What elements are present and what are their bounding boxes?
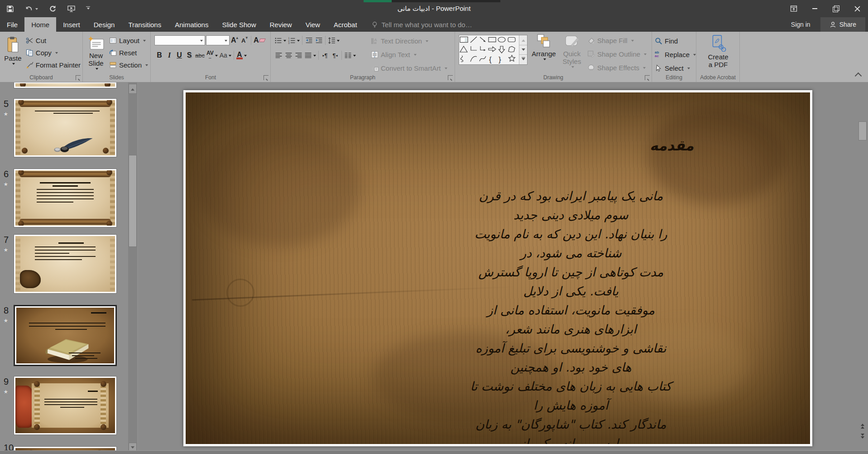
justify-dropdown[interactable] [313, 55, 316, 58]
close-button[interactable] [847, 0, 868, 17]
right-to-left-button[interactable]: ¶◂ [330, 50, 340, 61]
tab-slide-show[interactable]: Slide Show [215, 17, 263, 32]
convert-to-smartart-button[interactable]: Convert to SmartArt [371, 62, 447, 74]
sign-in-link[interactable]: Sign in [781, 17, 820, 32]
tab-transitions[interactable]: Transitions [121, 17, 168, 32]
main-vertical-scrollbar[interactable] [858, 82, 867, 450]
tab-home[interactable]: Home [24, 17, 56, 32]
increase-indent-button[interactable] [314, 35, 324, 46]
undo-dropdown[interactable] [35, 8, 38, 11]
text-direction-button[interactable]: A Text Direction [371, 35, 447, 47]
shape-gallery[interactable]: { } [459, 35, 528, 65]
section-dropdown[interactable] [145, 64, 148, 68]
drawing-dialog-launcher[interactable] [645, 75, 650, 80]
grow-font-button[interactable]: A▴ [230, 35, 240, 46]
slide-title-text[interactable]: مقدمه [650, 137, 694, 154]
customize-qat-button[interactable] [86, 6, 90, 11]
clipboard-dialog-launcher[interactable] [76, 75, 81, 80]
slide-canvas[interactable]: مقدمه مانی یک پیامبر ایرانی بود که در قر… [183, 90, 812, 446]
tab-review[interactable]: Review [263, 17, 298, 32]
thumbnail-slide-4-partial[interactable] [14, 82, 117, 88]
new-slide-dropdown[interactable] [96, 68, 98, 71]
tell-me-box[interactable]: Tell me what you want to do… [371, 17, 472, 32]
columns-dropdown[interactable] [353, 55, 356, 58]
numbering-dropdown[interactable] [297, 40, 300, 43]
reset-button[interactable]: Reset [109, 47, 148, 59]
tab-file[interactable]: File [0, 17, 24, 32]
paste-dropdown[interactable] [12, 63, 15, 66]
line-spacing-dropdown[interactable] [337, 40, 340, 43]
thumbnail-slide-8-selected[interactable] [14, 305, 117, 366]
thumbnail-scroll-up-button[interactable] [129, 84, 137, 94]
next-slide-button[interactable] [858, 431, 867, 440]
minimize-button[interactable] [804, 0, 825, 17]
line-spacing-button[interactable] [327, 35, 340, 46]
shape-outline-button[interactable]: Shape Outline [587, 48, 647, 60]
align-right-button[interactable] [293, 50, 303, 61]
layout-dropdown[interactable] [143, 40, 146, 43]
shape-effects-button[interactable]: Shape Effects [587, 62, 647, 74]
layout-button[interactable]: Layout [109, 34, 148, 47]
tab-view[interactable]: View [299, 17, 327, 32]
tab-design[interactable]: Design [87, 17, 122, 32]
thumbnail-slide-5[interactable] [14, 98, 117, 157]
left-to-right-button[interactable]: ▸¶ [320, 50, 330, 61]
shape-gallery-more-button[interactable] [519, 55, 527, 64]
ribbon-display-options-button[interactable] [783, 0, 804, 17]
shape-gallery-down-button[interactable] [519, 45, 527, 55]
quick-styles-button[interactable]: Quick Styles [560, 32, 584, 70]
slide-body-textbox[interactable]: مانی یک پیامبر ایرانی بود که در قرن سوم … [468, 187, 674, 444]
align-center-button[interactable] [283, 50, 293, 61]
tab-insert[interactable]: Insert [56, 17, 87, 32]
share-button[interactable]: Share [820, 17, 865, 32]
main-scrollbar-thumb[interactable] [858, 121, 867, 140]
shape-fill-dropdown[interactable] [631, 40, 634, 43]
font-dialog-launcher[interactable] [264, 75, 269, 80]
shrink-font-button[interactable]: A▾ [240, 35, 249, 46]
columns-button[interactable] [343, 50, 357, 61]
thumbnail-slide-6[interactable] [14, 169, 117, 227]
change-case-dropdown[interactable] [229, 55, 231, 58]
new-slide-button[interactable]: New Slide [86, 34, 106, 72]
text-direction-dropdown[interactable] [426, 40, 428, 43]
bullets-dropdown[interactable] [283, 40, 286, 43]
font-color-dropdown[interactable] [244, 55, 247, 58]
section-button[interactable]: Section [109, 59, 148, 71]
tab-acrobat[interactable]: Acrobat [327, 17, 364, 32]
thumbnail-slide-9[interactable] [14, 376, 117, 435]
font-name-combobox[interactable] [154, 35, 205, 45]
copy-dropdown[interactable] [55, 52, 58, 55]
tab-animations[interactable]: Animations [168, 17, 215, 32]
paste-button[interactable]: Paste [4, 34, 22, 72]
copy-button[interactable]: Copy [26, 47, 81, 59]
decrease-indent-button[interactable] [304, 35, 314, 46]
character-spacing-dropdown[interactable] [215, 55, 218, 58]
replace-dropdown[interactable] [693, 54, 696, 57]
align-left-button[interactable] [273, 50, 283, 61]
restore-button[interactable] [825, 0, 847, 17]
numbering-button[interactable]: 123 [287, 35, 301, 46]
justify-button[interactable] [303, 50, 317, 61]
thumbnail-scrollbar-thumb[interactable] [129, 155, 137, 247]
select-button[interactable]: Select [655, 62, 696, 74]
shape-effects-dropdown[interactable] [643, 67, 646, 70]
character-spacing-button[interactable]: AV↔ [206, 50, 219, 61]
clear-formatting-button[interactable]: A [253, 35, 266, 46]
cut-button[interactable]: Cut [26, 34, 81, 47]
undo-button[interactable] [25, 5, 38, 13]
select-dropdown[interactable] [687, 68, 690, 71]
save-button[interactable] [6, 5, 14, 13]
start-from-beginning-button[interactable] [67, 5, 75, 13]
collapse-ribbon-button[interactable] [855, 72, 862, 80]
find-button[interactable]: Find [655, 35, 696, 47]
shape-outline-dropdown[interactable] [644, 53, 647, 57]
font-color-button[interactable]: A [235, 50, 248, 61]
bold-button[interactable]: B [154, 50, 164, 61]
arrange-button[interactable]: Arrange [531, 32, 556, 70]
paragraph-dialog-launcher[interactable] [448, 75, 453, 80]
align-text-dropdown[interactable] [414, 54, 417, 57]
align-text-button[interactable]: Align Text [371, 48, 447, 61]
shape-fill-button[interactable]: Shape Fill [587, 34, 647, 47]
shape-gallery-up-button[interactable] [519, 35, 527, 45]
replace-button[interactable]: ab ac Replace [655, 48, 696, 61]
